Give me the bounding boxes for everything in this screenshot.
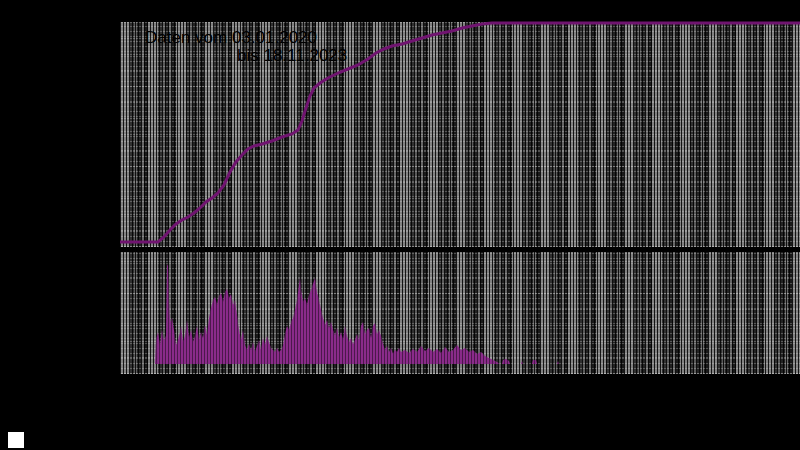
cumulative-line [120, 23, 800, 242]
chart-canvas: Daten vom 03.01.2020 bis 18.11.2023 [0, 0, 800, 450]
chart-title-line2: bis 18.11.2023 [237, 47, 347, 65]
daily-bars-texture [120, 264, 800, 364]
chart-svg [0, 0, 800, 450]
chart-title-line1: Daten vom 03.01.2020 [145, 29, 317, 47]
